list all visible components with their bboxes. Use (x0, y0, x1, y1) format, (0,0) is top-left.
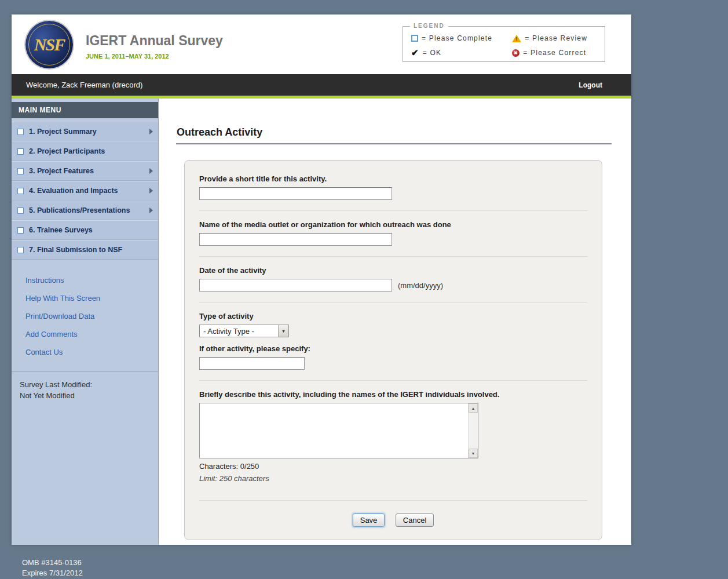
please-review-icon: ! (512, 35, 521, 42)
sidebar-item-label: 1. Project Summary (29, 128, 97, 136)
please-complete-icon (17, 227, 24, 234)
app-title: IGERT Annual Survey (86, 33, 223, 49)
please-complete-icon (17, 148, 24, 155)
legend-item-ok: ✔ = OK (411, 48, 512, 58)
page-title: Outreach Activity (176, 126, 612, 144)
section-short-title: Provide a short title for this activity. (199, 174, 587, 211)
media-outlet-label: Name of the media outlet or organization… (199, 220, 587, 229)
chevron-right-icon (149, 129, 153, 134)
legend-title: LEGEND (410, 23, 448, 29)
last-modified-value: Not Yet Modified (20, 390, 150, 401)
sidebar-item-evaluation-impacts[interactable]: 4. Evaluation and Impacts (12, 181, 158, 201)
short-title-label: Provide a short title for this activity. (199, 174, 587, 183)
sidebar-item-label: 7. Final Submission to NSF (29, 246, 122, 254)
please-complete-icon (17, 168, 24, 174)
chevron-down-icon: ▼ (278, 325, 288, 337)
omb-number: OMB #3145-0136 (22, 558, 83, 568)
main-content: Outreach Activity Provide a short title … (159, 99, 631, 545)
sidebar-item-project-participants[interactable]: 2. Project Participants (12, 141, 158, 161)
survey-last-modified: Survey Last Modified: Not Yet Modified (12, 372, 158, 408)
sidebar-item-label: 6. Trainee Surveys (29, 226, 93, 234)
chevron-right-icon (149, 168, 153, 174)
scroll-down-icon[interactable]: ▼ (469, 449, 478, 458)
please-complete-icon (411, 35, 418, 42)
link-print-download[interactable]: Print/Download Data (12, 307, 158, 325)
description-textarea[interactable] (200, 403, 468, 458)
legend-grid: = Please Complete ! = Please Review ✔ = … (403, 27, 605, 63)
save-button[interactable]: Save (353, 514, 385, 527)
legend-item-label: = Please Correct (523, 49, 586, 57)
desktop-background: { "page": { "logo_text": "NSF", "title":… (0, 0, 728, 579)
legend-item-review: ! = Please Review (512, 34, 600, 42)
legend-item-label: = OK (423, 49, 441, 57)
link-add-comments[interactable]: Add Comments (12, 325, 158, 343)
logout-link[interactable]: Logout (579, 81, 602, 89)
sidebar-item-label: 4. Evaluation and Impacts (29, 187, 118, 195)
link-help[interactable]: Help With This Screen (12, 289, 158, 307)
please-complete-icon (17, 247, 24, 253)
activity-type-selected-value: - Activity Type - (200, 327, 278, 336)
sidebar: MAIN MENU 1. Project Summary 2. Project … (12, 99, 159, 545)
sidebar-item-trainee-surveys[interactable]: 6. Trainee Surveys (12, 220, 158, 240)
last-modified-label: Survey Last Modified: (20, 379, 150, 390)
please-complete-icon (17, 129, 24, 135)
description-label: Briefly describe this activity, includin… (199, 390, 587, 399)
sidebar-item-final-submission[interactable]: 7. Final Submission to NSF (12, 240, 158, 260)
sidebar-item-label: 3. Project Features (29, 167, 94, 175)
ok-icon: ✔ (411, 48, 419, 58)
scroll-up-icon[interactable]: ▲ (469, 403, 478, 413)
survey-window: NSF IGERT Annual Survey JUNE 1, 2011–MAY… (12, 14, 631, 545)
nsf-logo: NSF (25, 21, 73, 68)
date-format-hint: (mm/dd/yyyy) (398, 281, 443, 290)
media-outlet-input[interactable] (199, 233, 392, 246)
please-complete-icon (17, 207, 24, 214)
sidebar-item-label: 5. Publications/Presentations (29, 206, 130, 214)
omb-expires: Expires 7/31/2012 (22, 568, 83, 578)
description-textarea-wrap: ▲ ▼ (199, 403, 478, 458)
section-date: Date of the activity (mm/dd/yyyy) (199, 257, 587, 303)
date-label: Date of the activity (199, 266, 587, 275)
survey-period: JUNE 1, 2011–MAY 31, 2012 (86, 53, 223, 60)
nsf-logo-text: NSF (34, 35, 64, 54)
body-row: MAIN MENU 1. Project Summary 2. Project … (12, 99, 631, 545)
chevron-right-icon (149, 188, 153, 194)
please-complete-icon (17, 188, 24, 194)
main-menu-header: MAIN MENU (12, 102, 158, 118)
sidebar-item-project-features[interactable]: 3. Project Features (12, 161, 158, 181)
please-correct-icon: ✖ (512, 49, 520, 57)
cancel-button[interactable]: Cancel (396, 514, 434, 527)
other-activity-label: If other activity, please specify: (199, 344, 587, 353)
legend-item-complete: = Please Complete (411, 34, 512, 42)
legend-item-correct: ✖ = Please Correct (512, 48, 600, 58)
section-description: Briefly describe this activity, includin… (199, 381, 587, 501)
section-activity-type: Type of activity - Activity Type - ▼ If … (199, 303, 587, 381)
date-input[interactable] (199, 279, 392, 292)
legend-item-label: = Please Review (525, 34, 587, 42)
sidebar-item-label: 2. Project Participants (29, 147, 105, 155)
omb-footer: OMB #3145-0136 Expires 7/31/2012 (22, 558, 83, 578)
welcome-bar: Welcome, Zack Freeman (drecord) Logout (12, 74, 631, 96)
header: NSF IGERT Annual Survey JUNE 1, 2011–MAY… (12, 14, 631, 74)
character-count: Characters: 0/250 (199, 462, 587, 471)
activity-type-select[interactable]: - Activity Type - ▼ (199, 325, 289, 337)
sidebar-links: Instructions Help With This Screen Print… (12, 260, 158, 367)
link-contact-us[interactable]: Contact Us (12, 343, 158, 361)
chevron-right-icon (149, 207, 153, 213)
form-actions: Save Cancel (199, 501, 587, 540)
legend-item-label: = Please Complete (422, 34, 492, 42)
textarea-scrollbar[interactable]: ▲ ▼ (468, 403, 478, 458)
short-title-input[interactable] (199, 187, 392, 200)
sidebar-item-project-summary[interactable]: 1. Project Summary (12, 122, 158, 141)
welcome-text: Welcome, Zack Freeman (drecord) (26, 81, 142, 89)
legend-box: LEGEND = Please Complete ! = Please Revi… (403, 26, 605, 62)
title-block: IGERT Annual Survey JUNE 1, 2011–MAY 31,… (86, 33, 223, 60)
activity-type-label: Type of activity (199, 312, 587, 321)
other-activity-input[interactable] (199, 357, 305, 370)
character-limit: Limit: 250 characters (199, 474, 587, 483)
link-instructions[interactable]: Instructions (12, 271, 158, 289)
outreach-activity-form: Provide a short title for this activity.… (184, 160, 602, 540)
section-media-outlet: Name of the media outlet or organization… (199, 211, 587, 257)
sidebar-item-publications[interactable]: 5. Publications/Presentations (12, 201, 158, 220)
